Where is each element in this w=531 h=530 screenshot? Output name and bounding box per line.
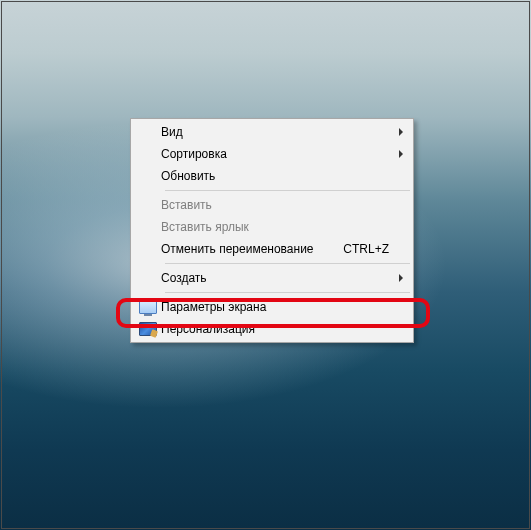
monitor-icon [139,300,157,314]
menu-item-paste-shortcut: Вставить ярлык [133,216,411,238]
menu-separator [165,190,410,191]
menu-item-personalize[interactable]: Персонализация [133,318,411,340]
menu-shortcut: CTRL+Z [343,242,389,256]
desktop-context-menu: Вид Сортировка Обновить Вставить Вставит… [130,118,414,343]
icon-slot [135,300,161,314]
menu-label: Обновить [161,169,409,183]
menu-item-view[interactable]: Вид [133,121,411,143]
menu-label: Создать [161,271,409,285]
menu-label: Вставить [161,198,409,212]
menu-item-new[interactable]: Создать [133,267,411,289]
personalize-icon [139,322,157,336]
menu-separator [165,292,410,293]
desktop-wallpaper[interactable]: Вид Сортировка Обновить Вставить Вставит… [0,0,531,530]
menu-item-undo-rename[interactable]: Отменить переименование CTRL+Z [133,238,411,260]
menu-item-display-settings[interactable]: Параметры экрана [133,296,411,318]
menu-item-sort[interactable]: Сортировка [133,143,411,165]
menu-label: Отменить переименование [161,242,343,256]
icon-slot [135,322,161,336]
menu-label: Вставить ярлык [161,220,409,234]
menu-label: Сортировка [161,147,409,161]
menu-separator [165,263,410,264]
menu-item-paste: Вставить [133,194,411,216]
chevron-right-icon [399,274,403,282]
chevron-right-icon [399,150,403,158]
menu-item-refresh[interactable]: Обновить [133,165,411,187]
chevron-right-icon [399,128,403,136]
menu-label: Параметры экрана [161,300,409,314]
menu-label: Персонализация [161,322,409,336]
menu-label: Вид [161,125,409,139]
